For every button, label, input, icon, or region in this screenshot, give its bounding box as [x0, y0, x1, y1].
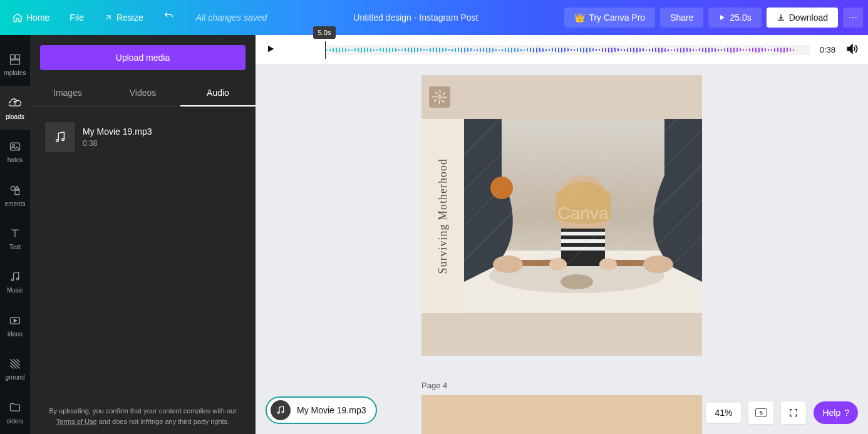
tab-images[interactable]: Images: [30, 80, 105, 106]
play-icon: [266, 44, 276, 54]
folders-icon: [8, 400, 23, 415]
scrubber-line[interactable]: [325, 41, 326, 59]
volume-button[interactable]: [845, 43, 858, 58]
design-header-band: [421, 75, 702, 119]
svg-rect-6: [15, 190, 19, 195]
rail-folders[interactable]: olders: [0, 391, 30, 434]
page-navigator[interactable]: 5: [748, 401, 773, 424]
undo-button[interactable]: [156, 8, 181, 28]
file-label: File: [70, 13, 84, 23]
audio-list: My Movie 19.mp3 0:38: [30, 107, 256, 398]
home-label: Home: [26, 13, 49, 23]
disclaimer-post: and does not infringe any third party ri…: [97, 418, 230, 425]
tab-audio[interactable]: Audio: [180, 80, 256, 106]
design-bottom-band: [421, 313, 702, 356]
videos-icon: [8, 313, 23, 328]
save-status: All changes saved: [196, 13, 267, 23]
audio-thumb-icon: [45, 122, 75, 152]
design-page-4[interactable]: Page 4: [421, 381, 702, 434]
music-icon: [8, 269, 23, 284]
rail-label: ideos: [8, 331, 23, 338]
audio-name: My Movie 19.mp3: [83, 127, 152, 137]
rail-text[interactable]: Text: [0, 217, 30, 260]
more-icon: ⋯: [849, 13, 857, 23]
play-preview-button[interactable]: 25.0s: [708, 8, 761, 28]
file-menu[interactable]: File: [62, 8, 91, 28]
home-button[interactable]: Home: [5, 8, 57, 28]
rail-background[interactable]: ground: [0, 347, 30, 390]
background-icon: [8, 356, 23, 371]
share-button[interactable]: Share: [660, 8, 703, 28]
try-pro-button[interactable]: 👑 Try Canva Pro: [564, 8, 655, 28]
main: mplates ploads hotos ements Text Music i…: [0, 35, 868, 434]
canvas-area: 5.0s 0:38: [256, 35, 868, 434]
svg-point-10: [56, 140, 59, 142]
rail-uploads[interactable]: ploads: [0, 86, 30, 129]
canvas-audio-pill[interactable]: My Movie 19.mp3: [266, 396, 377, 424]
elements-icon: [8, 183, 23, 198]
crown-icon: 👑: [574, 13, 585, 23]
rail-templates[interactable]: mplates: [0, 43, 30, 86]
undo-icon: [163, 13, 173, 23]
rail-label: ements: [5, 200, 26, 207]
design-photo[interactable]: Canva: [464, 119, 702, 313]
rail-elements[interactable]: ements: [0, 173, 30, 216]
upload-media-button[interactable]: Upload media: [40, 45, 245, 70]
page-count: 5: [755, 408, 767, 417]
audio-info: My Movie 19.mp3 0:38: [83, 127, 152, 148]
audio-pill-icon: [271, 400, 291, 420]
audio-pill-label: My Movie 19.mp3: [297, 405, 366, 415]
svg-rect-2: [11, 60, 20, 65]
page-label: Page 4: [421, 381, 702, 390]
design-page-3[interactable]: Surviving Motherhood: [421, 75, 702, 356]
rail-videos[interactable]: ideos: [0, 304, 30, 347]
audio-item[interactable]: My Movie 19.mp3 0:38: [40, 117, 245, 157]
play-icon: [718, 14, 726, 21]
design-side-text: Surviving Motherhood: [437, 158, 450, 274]
topbar-left: Home File Resize All changes saved: [5, 8, 267, 28]
download-button[interactable]: Download: [767, 8, 838, 28]
rail-label: hotos: [8, 157, 23, 163]
resize-button[interactable]: Resize: [96, 8, 151, 28]
svg-point-8: [17, 278, 19, 280]
rail-label: Music: [7, 287, 23, 294]
download-icon: [777, 13, 785, 22]
text-icon: [8, 226, 23, 241]
more-button[interactable]: ⋯: [843, 8, 863, 28]
rail-music[interactable]: Music: [0, 260, 30, 303]
share-label: Share: [670, 13, 693, 23]
timeline-play-button[interactable]: [266, 44, 276, 56]
rail-photos[interactable]: hotos: [0, 130, 30, 173]
fullscreen-icon: [788, 408, 798, 418]
upload-disclaimer: By uploading, you confirm that your cont…: [30, 398, 256, 434]
page4-canvas[interactable]: [421, 395, 702, 434]
design-title[interactable]: Untitled design - Instagram Post: [269, 13, 562, 23]
volume-icon: [845, 43, 858, 55]
svg-point-32: [282, 411, 284, 413]
tab-videos[interactable]: Videos: [105, 80, 180, 106]
help-button[interactable]: Help ?: [814, 401, 858, 424]
design-side-band: Surviving Motherhood: [421, 119, 464, 313]
zoom-level[interactable]: 41%: [706, 403, 741, 423]
timeline-waveform: [326, 48, 810, 53]
fullscreen-button[interactable]: [781, 401, 806, 424]
timeline-track[interactable]: [286, 41, 810, 59]
icon-rail: mplates ploads hotos ements Text Music i…: [0, 35, 30, 434]
uploads-icon: [8, 96, 23, 111]
terms-link[interactable]: Terms of Use: [56, 418, 97, 425]
svg-point-11: [62, 138, 65, 141]
svg-point-31: [277, 412, 279, 414]
disclaimer-pre: By uploading, you confirm that your cont…: [49, 407, 237, 415]
download-label: Download: [789, 13, 828, 23]
photos-icon: [8, 139, 23, 154]
canvas-viewport[interactable]: Surviving Motherhood: [256, 65, 868, 434]
timeline-bar: 5.0s 0:38: [256, 35, 868, 65]
svg-point-5: [11, 186, 15, 190]
upload-tabs: Images Videos Audio: [30, 80, 256, 107]
design-canvas[interactable]: Surviving Motherhood: [421, 75, 702, 356]
scrubber-tooltip: 5.0s: [313, 26, 336, 39]
svg-text:Canva: Canva: [558, 204, 609, 223]
rail-label: mplates: [4, 70, 26, 76]
resize-icon: [104, 13, 113, 22]
rail-label: Text: [9, 244, 21, 251]
